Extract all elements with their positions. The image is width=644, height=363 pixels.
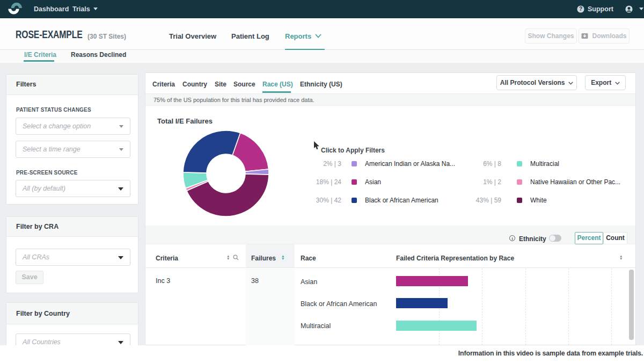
svg-text:?: ?	[579, 6, 582, 12]
